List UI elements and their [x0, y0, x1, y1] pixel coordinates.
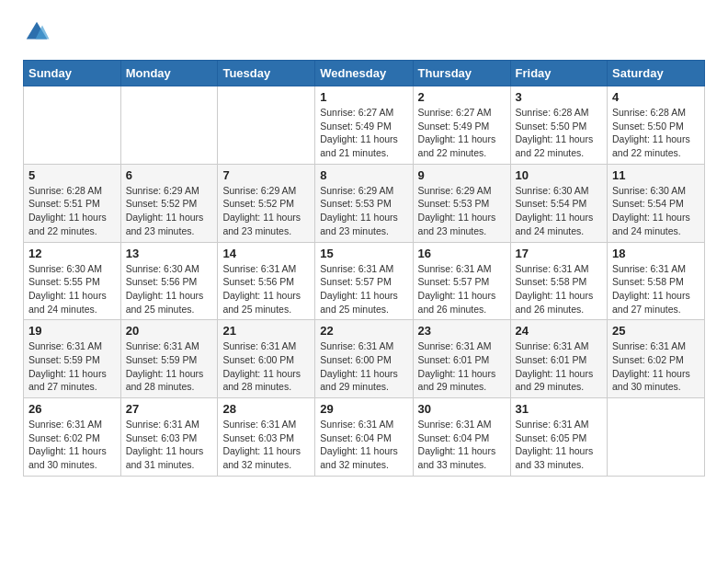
calendar-cell — [608, 398, 705, 477]
day-info: Sunrise: 6:31 AM Sunset: 5:59 PM Dayligh… — [126, 339, 213, 394]
day-info: Sunrise: 6:31 AM Sunset: 5:57 PM Dayligh… — [320, 262, 407, 316]
calendar-cell: 24Sunrise: 6:31 AM Sunset: 6:01 PM Dayli… — [510, 320, 608, 398]
day-header-friday: Friday — [510, 61, 608, 86]
day-info: Sunrise: 6:28 AM Sunset: 5:50 PM Dayligh… — [612, 106, 700, 160]
day-info: Sunrise: 6:30 AM Sunset: 5:54 PM Dayligh… — [612, 184, 700, 238]
day-header-tuesday: Tuesday — [218, 61, 315, 86]
calendar-cell: 31Sunrise: 6:31 AM Sunset: 6:05 PM Dayli… — [510, 398, 608, 477]
day-header-monday: Monday — [120, 61, 218, 86]
day-info: Sunrise: 6:29 AM Sunset: 5:52 PM Dayligh… — [222, 184, 310, 238]
day-info: Sunrise: 6:31 AM Sunset: 6:02 PM Dayligh… — [28, 418, 116, 472]
calendar-week-5: 26Sunrise: 6:31 AM Sunset: 6:02 PM Dayli… — [24, 398, 705, 477]
day-number: 23 — [418, 324, 506, 338]
logo — [23, 18, 55, 46]
day-number: 12 — [28, 247, 116, 260]
calendar-week-3: 12Sunrise: 6:30 AM Sunset: 5:55 PM Dayli… — [24, 242, 705, 320]
day-info: Sunrise: 6:30 AM Sunset: 5:56 PM Dayligh… — [126, 262, 213, 316]
day-number: 11 — [612, 168, 700, 182]
day-number: 24 — [516, 324, 603, 338]
calendar-cell: 3Sunrise: 6:28 AM Sunset: 5:50 PM Daylig… — [510, 86, 608, 165]
day-number: 29 — [320, 402, 407, 416]
day-info: Sunrise: 6:31 AM Sunset: 5:57 PM Dayligh… — [418, 262, 506, 316]
header — [23, 18, 705, 46]
day-number: 25 — [612, 324, 700, 338]
day-number: 28 — [222, 402, 310, 416]
calendar-cell: 5Sunrise: 6:28 AM Sunset: 5:51 PM Daylig… — [24, 164, 121, 242]
day-info: Sunrise: 6:31 AM Sunset: 6:04 PM Dayligh… — [418, 418, 506, 472]
calendar-cell: 13Sunrise: 6:30 AM Sunset: 5:56 PM Dayli… — [120, 242, 218, 320]
calendar-cell: 23Sunrise: 6:31 AM Sunset: 6:01 PM Dayli… — [413, 320, 510, 398]
day-info: Sunrise: 6:27 AM Sunset: 5:49 PM Dayligh… — [320, 106, 407, 160]
day-info: Sunrise: 6:31 AM Sunset: 6:01 PM Dayligh… — [418, 339, 506, 394]
calendar-cell — [120, 86, 218, 165]
day-number: 6 — [126, 168, 213, 182]
day-info: Sunrise: 6:29 AM Sunset: 5:52 PM Dayligh… — [126, 184, 213, 238]
calendar-cell: 29Sunrise: 6:31 AM Sunset: 6:04 PM Dayli… — [315, 398, 413, 477]
day-info: Sunrise: 6:31 AM Sunset: 6:00 PM Dayligh… — [320, 339, 407, 394]
day-number: 8 — [320, 168, 407, 182]
day-number: 13 — [126, 247, 213, 260]
day-info: Sunrise: 6:31 AM Sunset: 5:56 PM Dayligh… — [222, 262, 310, 316]
day-info: Sunrise: 6:28 AM Sunset: 5:51 PM Dayligh… — [28, 184, 116, 238]
calendar-cell: 10Sunrise: 6:30 AM Sunset: 5:54 PM Dayli… — [510, 164, 608, 242]
calendar-cell: 6Sunrise: 6:29 AM Sunset: 5:52 PM Daylig… — [120, 164, 218, 242]
calendar-cell: 9Sunrise: 6:29 AM Sunset: 5:53 PM Daylig… — [413, 164, 510, 242]
day-info: Sunrise: 6:31 AM Sunset: 6:01 PM Dayligh… — [516, 339, 603, 394]
day-header-wednesday: Wednesday — [315, 61, 413, 86]
day-info: Sunrise: 6:31 AM Sunset: 5:58 PM Dayligh… — [612, 262, 700, 316]
day-info: Sunrise: 6:27 AM Sunset: 5:49 PM Dayligh… — [418, 106, 506, 160]
day-number: 22 — [320, 324, 407, 338]
day-number: 14 — [222, 247, 310, 260]
calendar-cell: 7Sunrise: 6:29 AM Sunset: 5:52 PM Daylig… — [218, 164, 315, 242]
calendar-cell: 27Sunrise: 6:31 AM Sunset: 6:03 PM Dayli… — [120, 398, 218, 477]
calendar-cell: 12Sunrise: 6:30 AM Sunset: 5:55 PM Dayli… — [24, 242, 121, 320]
day-info: Sunrise: 6:30 AM Sunset: 5:54 PM Dayligh… — [516, 184, 603, 238]
day-number: 1 — [320, 90, 407, 104]
calendar-cell: 17Sunrise: 6:31 AM Sunset: 5:58 PM Dayli… — [510, 242, 608, 320]
calendar-cell: 25Sunrise: 6:31 AM Sunset: 6:02 PM Dayli… — [608, 320, 705, 398]
calendar-cell — [24, 86, 121, 165]
day-header-sunday: Sunday — [24, 61, 121, 86]
calendar-cell: 4Sunrise: 6:28 AM Sunset: 5:50 PM Daylig… — [608, 86, 705, 165]
calendar-table: SundayMondayTuesdayWednesdayThursdayFrid… — [23, 60, 705, 477]
calendar-cell: 15Sunrise: 6:31 AM Sunset: 5:57 PM Dayli… — [315, 242, 413, 320]
calendar-cell: 11Sunrise: 6:30 AM Sunset: 5:54 PM Dayli… — [608, 164, 705, 242]
day-number: 3 — [516, 90, 603, 104]
calendar-cell: 19Sunrise: 6:31 AM Sunset: 5:59 PM Dayli… — [24, 320, 121, 398]
day-number: 20 — [126, 324, 213, 338]
calendar-week-4: 19Sunrise: 6:31 AM Sunset: 5:59 PM Dayli… — [24, 320, 705, 398]
calendar-cell: 14Sunrise: 6:31 AM Sunset: 5:56 PM Dayli… — [218, 242, 315, 320]
day-number: 30 — [418, 402, 506, 416]
day-info: Sunrise: 6:31 AM Sunset: 6:03 PM Dayligh… — [126, 418, 213, 472]
calendar-cell — [218, 86, 315, 165]
calendar-cell: 26Sunrise: 6:31 AM Sunset: 6:02 PM Dayli… — [24, 398, 121, 477]
day-info: Sunrise: 6:29 AM Sunset: 5:53 PM Dayligh… — [320, 184, 407, 238]
calendar-week-2: 5Sunrise: 6:28 AM Sunset: 5:51 PM Daylig… — [24, 164, 705, 242]
day-info: Sunrise: 6:30 AM Sunset: 5:55 PM Dayligh… — [28, 262, 116, 316]
calendar-cell: 28Sunrise: 6:31 AM Sunset: 6:03 PM Dayli… — [218, 398, 315, 477]
day-number: 17 — [516, 247, 603, 260]
day-number: 4 — [612, 90, 700, 104]
day-header-thursday: Thursday — [413, 61, 510, 86]
day-number: 18 — [612, 247, 700, 260]
day-info: Sunrise: 6:31 AM Sunset: 6:03 PM Dayligh… — [222, 418, 310, 472]
logo-icon — [23, 18, 51, 46]
calendar-cell: 1Sunrise: 6:27 AM Sunset: 5:49 PM Daylig… — [315, 86, 413, 165]
day-number: 5 — [28, 168, 116, 182]
calendar-week-1: 1Sunrise: 6:27 AM Sunset: 5:49 PM Daylig… — [24, 86, 705, 165]
day-info: Sunrise: 6:31 AM Sunset: 6:04 PM Dayligh… — [320, 418, 407, 472]
day-number: 31 — [516, 402, 603, 416]
day-info: Sunrise: 6:28 AM Sunset: 5:50 PM Dayligh… — [516, 106, 603, 160]
day-number: 15 — [320, 247, 407, 260]
day-number: 26 — [28, 402, 116, 416]
day-number: 21 — [222, 324, 310, 338]
calendar-header-row: SundayMondayTuesdayWednesdayThursdayFrid… — [24, 61, 705, 86]
day-info: Sunrise: 6:29 AM Sunset: 5:53 PM Dayligh… — [418, 184, 506, 238]
calendar-cell: 8Sunrise: 6:29 AM Sunset: 5:53 PM Daylig… — [315, 164, 413, 242]
day-info: Sunrise: 6:31 AM Sunset: 5:59 PM Dayligh… — [28, 339, 116, 394]
day-header-saturday: Saturday — [608, 61, 705, 86]
day-number: 19 — [28, 324, 116, 338]
day-number: 9 — [418, 168, 506, 182]
calendar-cell: 20Sunrise: 6:31 AM Sunset: 5:59 PM Dayli… — [120, 320, 218, 398]
calendar-cell: 2Sunrise: 6:27 AM Sunset: 5:49 PM Daylig… — [413, 86, 510, 165]
